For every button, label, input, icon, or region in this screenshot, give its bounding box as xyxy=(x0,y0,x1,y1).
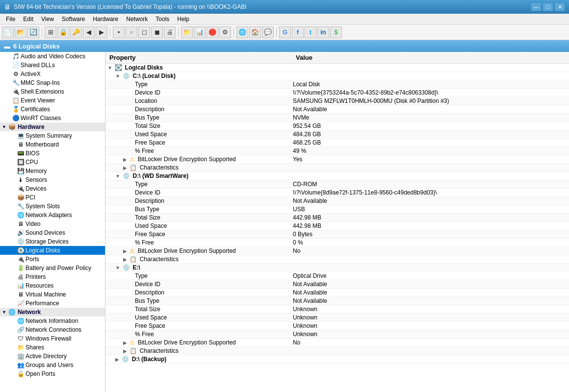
expand-icon[interactable]: ▶ xyxy=(123,248,127,254)
table-row: ▶ ⚠ BitLocker Drive Encryption Supported… xyxy=(105,155,569,164)
col-value-header: Value xyxy=(296,54,565,61)
toolbar-box1[interactable]: ▪ xyxy=(113,26,125,38)
sidebar-item-devices[interactable]: 🔌 Devices xyxy=(0,184,105,193)
sidebar-item-performance[interactable]: 📈 Performance xyxy=(0,299,105,308)
sidebar-item-sensors[interactable]: 🌡 Sensors xyxy=(0,175,105,184)
close-button[interactable]: ✕ xyxy=(554,2,565,11)
toolbar-print[interactable]: 🖨 xyxy=(164,26,176,38)
menu-item-network[interactable]: Network xyxy=(122,15,152,24)
menu-item-file[interactable]: File xyxy=(2,15,19,24)
table-row: Type Optical Drive xyxy=(105,272,569,280)
sidebar-item-network-connections[interactable]: 🔗 Network Connections xyxy=(0,325,105,334)
sidebar-item-groups-users[interactable]: 👥 Groups and Users xyxy=(0,361,105,369)
toolbar-gear[interactable]: ⚙ xyxy=(219,26,231,38)
maximize-button[interactable]: □ xyxy=(543,2,553,11)
toolbar-folder[interactable]: 📁 xyxy=(181,26,193,38)
sidebar-item-resources[interactable]: 📊 Resources xyxy=(0,281,105,290)
table-row: Bus Type Not Available xyxy=(105,297,569,305)
expand-icon[interactable]: ▶ xyxy=(123,157,127,162)
virtual-machine-icon: 🖥 xyxy=(17,291,25,298)
toolbar-li[interactable]: in xyxy=(317,26,329,38)
sidebar-item-printers[interactable]: 🖨 Printers xyxy=(0,272,105,281)
minimize-button[interactable]: — xyxy=(531,2,542,11)
sidebar-item-ports[interactable]: 🔌 Ports xyxy=(0,255,105,264)
toolbar-key[interactable]: 🔑 xyxy=(70,26,82,38)
sidebar-hardware-header[interactable]: ▼ 📦 Hardware xyxy=(0,122,105,131)
sidebar-item-bios[interactable]: 📟 BIOS xyxy=(0,149,105,158)
expand-icon[interactable]: ▶ xyxy=(123,340,127,345)
toolbar-box3[interactable]: ◻ xyxy=(138,26,150,38)
sidebar-item-video[interactable]: 🖥 Video xyxy=(0,220,105,228)
sidebar: 🎵 Audio and Video Codecs 📄 Shared DLLs ⚙… xyxy=(0,52,105,392)
toolbar-report[interactable]: 📊 xyxy=(194,26,206,38)
toolbar-stop[interactable]: 🛑 xyxy=(207,26,218,38)
menu-item-tools[interactable]: Tools xyxy=(152,15,173,24)
sidebar-item-audio-video-codecs[interactable]: 🎵 Audio and Video Codecs xyxy=(0,52,105,61)
toolbar-internet[interactable]: 🌐 xyxy=(236,26,248,38)
sidebar-network-header[interactable]: ▼ 🌐 Network xyxy=(0,308,105,317)
menu-item-view[interactable]: View xyxy=(37,15,58,24)
sidebar-item-network-adapters[interactable]: 🌐 Network Adapters xyxy=(0,211,105,220)
expand-icon[interactable]: ▶ xyxy=(123,348,127,354)
sidebar-item-shared-dlls[interactable]: 📄 Shared DLLs xyxy=(0,61,105,70)
toolbar-g[interactable]: G xyxy=(279,26,291,38)
expand-icon[interactable]: ▶ xyxy=(123,257,127,262)
sidebar-item-shares[interactable]: 📁 Shares xyxy=(0,343,105,352)
menu-item-edit[interactable]: Edit xyxy=(19,15,37,24)
section-title: 6 Logical Disks xyxy=(13,43,60,50)
sidebar-item-storage-devices[interactable]: 💿 Storage Devices xyxy=(0,237,105,246)
sidebar-item-sound-devices[interactable]: 🔊 Sound Devices xyxy=(0,228,105,237)
toolbar-open[interactable]: 📂 xyxy=(15,26,26,38)
pci-icon: 📦 xyxy=(17,194,25,201)
expand-icon[interactable]: ▶ xyxy=(123,165,127,171)
expand-icon[interactable]: ▶ xyxy=(115,357,119,362)
sidebar-item-memory[interactable]: 💾 Memory xyxy=(0,167,105,175)
toolbar-sep2 xyxy=(110,27,110,37)
toolbar-dollar[interactable]: $ xyxy=(330,26,342,38)
table-row: ▼ 💿 E:\ xyxy=(105,264,569,272)
sidebar-item-winrt-classes[interactable]: 🔵 WinRT Classes xyxy=(0,114,105,122)
expand-icon[interactable]: ▼ xyxy=(107,65,112,71)
sidebar-item-motherboard[interactable]: 🖥 Motherboard xyxy=(0,140,105,149)
sidebar-item-battery-power[interactable]: 🔋 Battery and Power Policy xyxy=(0,264,105,272)
toolbar-tw[interactable]: t xyxy=(305,26,316,38)
toolbar-box2[interactable]: ▫ xyxy=(126,26,137,38)
sidebar-item-virtual-machine[interactable]: 🖥 Virtual Machine xyxy=(0,290,105,299)
group-label: Characteristics xyxy=(140,256,179,263)
sidebar-item-logical-disks[interactable]: 💽 Logical Disks xyxy=(0,246,105,255)
sidebar-item-windows-firewall[interactable]: 🛡 Windows Firewall xyxy=(0,334,105,343)
sidebar-item-pci[interactable]: 📦 PCI xyxy=(0,193,105,202)
expand-icon[interactable]: ▼ xyxy=(115,74,120,79)
menu-item-software[interactable]: Software xyxy=(58,15,89,24)
value-cell xyxy=(292,355,569,364)
sidebar-item-event-viewer[interactable]: 📋 Event Viewer xyxy=(0,96,105,105)
sidebar-item-active-directory[interactable]: 🏢 Active Directory xyxy=(0,352,105,361)
sidebar-item-system-summary[interactable]: 💻 System Summary xyxy=(0,131,105,140)
expand-icon[interactable]: ▼ xyxy=(115,265,120,270)
sidebar-item-certificates[interactable]: 🏅 Certificates xyxy=(0,105,105,114)
toolbar-fb[interactable]: f xyxy=(292,26,304,38)
toolbar-right[interactable]: ▶ xyxy=(96,26,107,38)
sidebar-item-mmc-snapins[interactable]: 🔧 MMC Snap-Ins xyxy=(0,78,105,87)
toolbar-left[interactable]: ◀ xyxy=(83,26,95,38)
toolbar-grid[interactable]: ⊞ xyxy=(45,26,56,38)
toolbar-new[interactable]: 📄 xyxy=(2,26,14,38)
sidebar-item-activex[interactable]: ⚙ ActiveX xyxy=(0,70,105,78)
toolbar-refresh[interactable]: 🔄 xyxy=(27,26,39,38)
sidebar-item-open-ports[interactable]: 🔓 Open Ports xyxy=(0,369,105,378)
menu-item-hardware[interactable]: Hardware xyxy=(89,15,122,24)
table-row: % Free 49 % xyxy=(105,147,569,155)
expand-icon[interactable]: ▼ xyxy=(115,173,120,179)
sidebar-item-cpu[interactable]: 🔲 CPU xyxy=(0,158,105,167)
performance-icon: 📈 xyxy=(17,299,25,307)
toolbar-box4[interactable]: ◼ xyxy=(151,26,163,38)
menu-item-help[interactable]: Help xyxy=(173,15,193,24)
toolbar-msg[interactable]: 💬 xyxy=(262,26,274,38)
sidebar-item-network-information[interactable]: 🌐 Network Information xyxy=(0,317,105,325)
toolbar-home[interactable]: 🏠 xyxy=(249,26,261,38)
group-label: Logical Disks xyxy=(125,64,163,71)
sidebar-item-shell-extensions[interactable]: 🔌 Shell Extensions xyxy=(0,87,105,96)
table-row: Free Space 468.25 GB xyxy=(105,139,569,147)
sidebar-item-system-slots[interactable]: 🔧 System Slots xyxy=(0,202,105,211)
toolbar-lock[interactable]: 🔒 xyxy=(57,26,69,38)
